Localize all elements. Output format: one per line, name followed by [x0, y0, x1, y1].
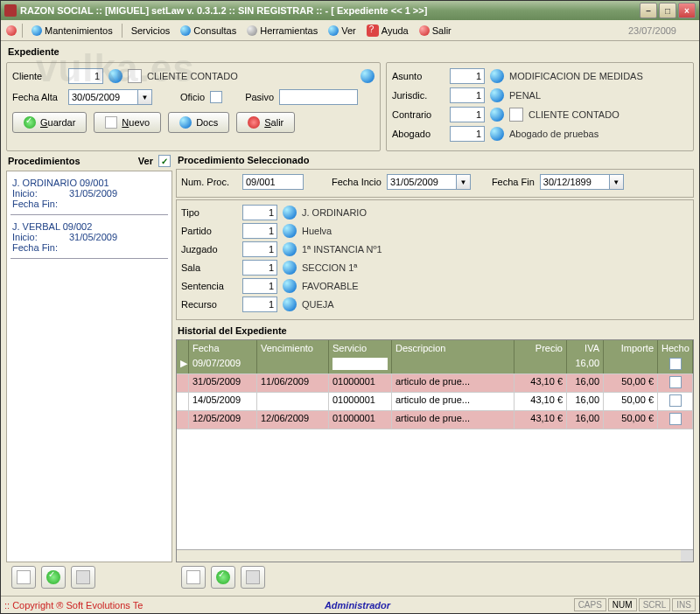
table-row[interactable]: 31/05/2009 11/06/2009 01000001 articulo …: [177, 374, 693, 393]
col-hecho[interactable]: Hecho: [658, 340, 693, 356]
table-row[interactable]: 14/05/2009 01000001 articulo de prue... …: [177, 393, 693, 411]
hecho-checkbox[interactable]: [669, 358, 682, 370]
table-row[interactable]: ▶ 09/07/2009 16,00: [177, 356, 693, 374]
proc-item[interactable]: J. ORDINARIO 09/001 Inicio:31/05/2009 Fe…: [10, 175, 168, 215]
asunto-lookup[interactable]: [490, 69, 504, 83]
close-button[interactable]: ×: [678, 3, 696, 18]
app-badge-icon: [6, 25, 17, 36]
asunto-input[interactable]: [450, 68, 485, 84]
statusbar: :: Copyright ® Soft Evolutions Te Admini…: [1, 596, 699, 613]
sala-value: SECCION 1ª: [302, 262, 357, 273]
jurisdic-value: PENAL: [509, 90, 541, 101]
col-iva[interactable]: IVA: [567, 340, 604, 356]
partido-lookup[interactable]: [283, 224, 297, 238]
menu-consultas[interactable]: Consultas: [177, 24, 240, 38]
guardar-button[interactable]: GGuardaruardar: [12, 112, 87, 133]
num-indicator: NUM: [608, 598, 637, 611]
ver-checkbox[interactable]: ✓: [158, 155, 171, 167]
asunto-value: MODIFICACION DE MEDIDAS: [509, 71, 643, 81]
menu-consultas-label: Consultas: [193, 25, 236, 36]
sala-input[interactable]: [242, 260, 277, 276]
pasivo-input[interactable]: [279, 89, 358, 105]
grid-body[interactable]: ▶ 09/07/2009 16,00 31/05/2009 11/06/2009…: [177, 356, 693, 549]
maximize-button[interactable]: □: [659, 3, 676, 18]
hist-ok-button[interactable]: [211, 566, 235, 589]
grid-scrollbar[interactable]: [177, 549, 693, 562]
contrario-sheet-icon[interactable]: [509, 108, 523, 122]
hecho-checkbox[interactable]: [669, 376, 682, 388]
fechainicio-input[interactable]: [387, 174, 457, 190]
cliente-lookup2-button[interactable]: [360, 69, 374, 83]
sala-lookup[interactable]: [283, 261, 297, 275]
fechaalta-input[interactable]: [68, 89, 138, 105]
view-icon: [328, 25, 339, 36]
fechainicio-dd[interactable]: ▼: [457, 174, 471, 190]
fechaalta-dropdown[interactable]: ▼: [138, 89, 152, 105]
procedimientos-sidebar: Procedimientos Ver ✓ J. ORDINARIO 09/001…: [6, 153, 172, 592]
jurisdic-lookup[interactable]: [490, 88, 504, 102]
partido-input[interactable]: [242, 223, 277, 239]
col-descripcion[interactable]: Descripcion: [392, 340, 514, 356]
col-fecha[interactable]: Fecha: [189, 340, 257, 356]
proc-new-button[interactable]: [11, 566, 36, 589]
abogado-input[interactable]: [450, 126, 485, 142]
sentencia-value: FAVORABLE: [302, 281, 359, 291]
cliente-lookup-button[interactable]: [108, 69, 122, 83]
menu-herramientas[interactable]: Herramientas: [243, 24, 321, 38]
recurso-input[interactable]: [242, 297, 277, 312]
tools-icon: [247, 25, 257, 36]
contrario-value: CLIENTE CONTADO: [528, 109, 620, 120]
sentencia-lookup[interactable]: [283, 279, 297, 293]
fechaalta-label: Fecha Alta: [12, 92, 63, 102]
cliente-input[interactable]: [68, 68, 103, 84]
hecho-checkbox[interactable]: [669, 413, 682, 425]
docs-button[interactable]: Docs: [168, 112, 229, 133]
menu-servicios-label: Servicios: [131, 25, 171, 36]
menu-servicios[interactable]: Servicios: [128, 24, 174, 38]
menu-ayuda[interactable]: Ayuda: [363, 23, 412, 38]
tipo-input[interactable]: [242, 205, 277, 220]
app-icon: [4, 4, 17, 17]
hist-del-button[interactable]: [241, 566, 265, 589]
col-servicio[interactable]: Servicio: [329, 340, 392, 356]
proc-ok-button[interactable]: [41, 566, 66, 589]
col-vencimiento[interactable]: Vencimiento: [257, 340, 329, 356]
col-precio[interactable]: Precio: [514, 340, 567, 356]
menu-salir[interactable]: Salir: [416, 24, 455, 38]
proc-item[interactable]: J. VERBAL 09/002 Inicio:31/05/2009 Fecha…: [10, 219, 168, 259]
menu-ver[interactable]: Ver: [325, 24, 360, 38]
hist-new-button[interactable]: [181, 566, 206, 589]
contrario-lookup[interactable]: [490, 108, 504, 122]
pasivo-label: Pasivo: [245, 92, 274, 102]
hecho-checkbox[interactable]: [669, 394, 682, 407]
oficio-checkbox[interactable]: [210, 91, 222, 103]
tipo-lookup[interactable]: [283, 206, 297, 220]
nuevo-button[interactable]: Nuevo: [94, 112, 161, 133]
numproc-input[interactable]: [242, 174, 304, 190]
search-icon: [180, 25, 191, 36]
juzgado-lookup[interactable]: [283, 242, 297, 256]
main-panel: Procedimiento Seleccionado Num. Proc. Fe…: [176, 153, 694, 592]
servicio-cell-input[interactable]: [332, 358, 388, 370]
table-row[interactable]: 12/05/2009 12/06/2009 01000001 articulo …: [177, 411, 693, 429]
fechafin-dd[interactable]: ▼: [610, 174, 624, 190]
menu-mantenimientos[interactable]: Mantenimientos: [28, 24, 116, 38]
sentencia-input[interactable]: [242, 278, 277, 294]
recurso-lookup[interactable]: [283, 297, 297, 311]
contrario-input[interactable]: [450, 107, 485, 122]
juzgado-input[interactable]: [242, 241, 277, 257]
col-importe[interactable]: Importe: [604, 340, 658, 356]
fechafin-input[interactable]: [540, 174, 610, 190]
jurisdic-input[interactable]: [450, 87, 485, 103]
proc-del-button[interactable]: [71, 566, 95, 589]
check-icon: [46, 570, 60, 584]
cliente-sheet-icon[interactable]: [128, 69, 142, 83]
juzgado-value: 1ª INSTANCIA Nº1: [302, 244, 382, 255]
sentencia-label: Sentencia: [181, 281, 237, 291]
expediente-panel: Cliente CLIENTE CONTADO Fecha Alta ▼ Of: [6, 62, 381, 151]
procedimientos-title: Procedimientos: [8, 156, 80, 166]
salir-button[interactable]: Salir: [236, 112, 295, 133]
minimize-button[interactable]: –: [640, 3, 657, 18]
copyright-text: :: Copyright ® Soft Evolutions Te: [4, 600, 143, 611]
abogado-lookup[interactable]: [490, 127, 504, 141]
